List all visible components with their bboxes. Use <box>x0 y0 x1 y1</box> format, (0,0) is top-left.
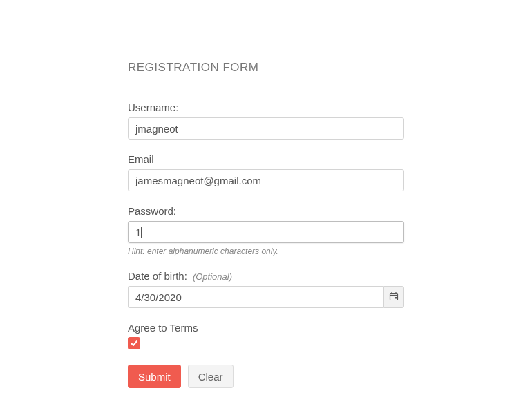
email-field: Email <box>128 153 404 191</box>
username-label: Username: <box>128 102 178 113</box>
username-field: Username: <box>128 102 404 140</box>
text-caret <box>141 227 142 238</box>
submit-button[interactable]: Submit <box>128 365 181 388</box>
password-field: Password: Hint: enter alphanumeric chara… <box>128 205 404 256</box>
password-hint: Hint: enter alphanumeric characters only… <box>128 247 404 256</box>
dob-input[interactable] <box>128 286 383 308</box>
email-label: Email <box>128 153 154 165</box>
calendar-icon <box>389 291 399 303</box>
email-input[interactable] <box>128 169 404 191</box>
form-title: REGISTRATION FORM <box>128 61 404 79</box>
svg-rect-0 <box>390 293 398 300</box>
registration-form: REGISTRATION FORM Username: Email Passwo… <box>128 0 404 388</box>
svg-rect-4 <box>395 297 397 299</box>
terms-checkbox[interactable] <box>128 337 140 349</box>
dob-field: Date of birth: (Optional) <box>128 270 404 308</box>
button-row: Submit Clear <box>128 365 404 388</box>
username-input[interactable] <box>128 117 404 140</box>
password-input[interactable] <box>128 221 404 243</box>
terms-label: Agree to Terms <box>128 322 404 334</box>
password-label: Password: <box>128 205 176 217</box>
dob-label: Date of birth: <box>128 270 187 282</box>
dob-optional: (Optional) <box>193 271 232 282</box>
check-icon <box>130 338 138 349</box>
date-picker-button[interactable] <box>383 286 404 308</box>
clear-button[interactable]: Clear <box>188 365 234 388</box>
terms-field: Agree to Terms <box>128 322 404 349</box>
